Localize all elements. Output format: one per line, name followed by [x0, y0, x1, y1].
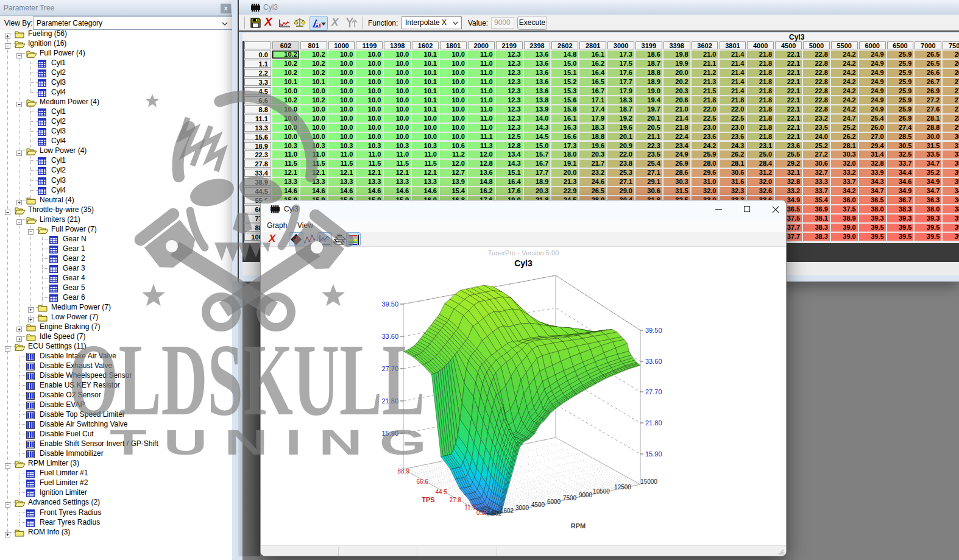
svg-text:10500: 10500 — [593, 488, 610, 495]
svg-text:0.0: 0.0 — [476, 509, 485, 516]
svg-text:27.8: 27.8 — [450, 497, 462, 503]
svg-text:12500: 12500 — [614, 484, 631, 491]
svg-text:11.1: 11.1 — [464, 504, 476, 511]
svg-text:44.5: 44.5 — [436, 489, 448, 495]
svg-text:21.80: 21.80 — [381, 397, 398, 405]
svg-text:TPS: TPS — [422, 496, 434, 503]
svg-text:9000: 9000 — [579, 492, 593, 498]
svg-text:33.60: 33.60 — [645, 358, 662, 365]
svg-text:39.50: 39.50 — [381, 300, 398, 308]
svg-text:7500: 7500 — [563, 495, 577, 502]
svg-text:1602: 1602 — [500, 508, 514, 514]
svg-text:66.6: 66.6 — [417, 478, 429, 485]
svg-text:21.80: 21.80 — [645, 419, 662, 427]
svg-text:27.70: 27.70 — [381, 365, 398, 372]
svg-text:15.90: 15.90 — [645, 450, 662, 458]
svg-text:15000: 15000 — [640, 478, 657, 485]
svg-text:RPM: RPM — [571, 522, 586, 530]
svg-text:27.70: 27.70 — [645, 388, 662, 395]
svg-text:88.9: 88.9 — [398, 468, 410, 475]
svg-text:6000: 6000 — [547, 498, 561, 505]
svg-text:15.90: 15.90 — [381, 430, 398, 437]
svg-text:39.50: 39.50 — [645, 327, 662, 334]
svg-text:33.60: 33.60 — [381, 333, 398, 340]
svg-text:4500: 4500 — [531, 502, 545, 508]
svg-text:3000: 3000 — [515, 505, 529, 511]
